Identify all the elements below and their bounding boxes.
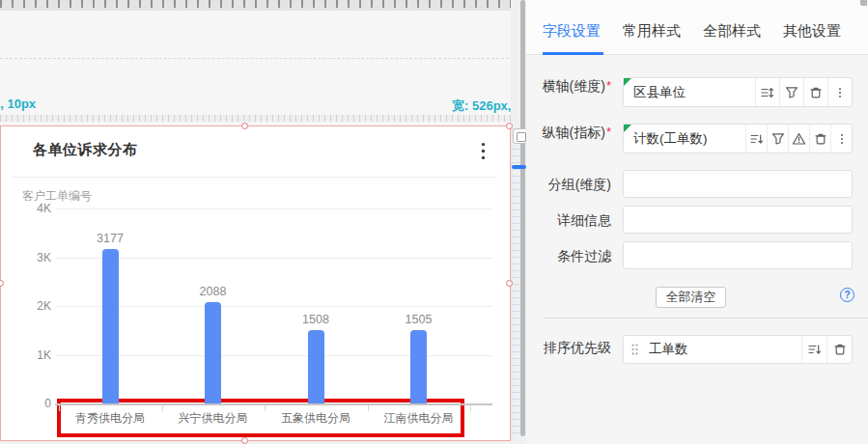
field-label-group: 分组(维度) — [526, 177, 611, 194]
resize-handle-bottom[interactable] — [241, 437, 248, 444]
more-icon[interactable] — [830, 125, 852, 153]
trash-icon[interactable] — [803, 78, 827, 106]
y-tick-label: 3K — [11, 251, 51, 264]
horizontal-ruler — [0, 0, 526, 11]
field-group[interactable] — [623, 170, 853, 198]
design-canvas: x, 10px 宽: 526px, 高 各单位诉求分布 客户工单编号 — [0, 0, 526, 444]
panel-tabs: 字段设置 常用样式 全部样式 其他设置 — [526, 0, 868, 55]
resize-handle-left[interactable] — [0, 280, 4, 287]
filter-icon[interactable] — [767, 125, 788, 153]
bar-0[interactable] — [102, 249, 119, 403]
field-y-axis[interactable]: 计数(工单数) — [623, 124, 853, 153]
layout-guide-line — [0, 58, 518, 59]
position-readout: x, 10px — [0, 97, 36, 111]
x-category-label: 青秀供电分局 — [64, 410, 156, 427]
panel-divider — [544, 318, 868, 319]
gridline — [56, 208, 492, 209]
clear-all-button[interactable]: 全部清空 — [656, 287, 726, 308]
filter-icon[interactable] — [779, 78, 803, 106]
trash-icon[interactable] — [809, 125, 830, 153]
x-axis-line — [55, 403, 492, 405]
dimension-corner-marker — [624, 125, 631, 132]
field-label-y-axis: 纵轴(指标)* — [526, 125, 611, 142]
canvas-scrollbar[interactable] — [520, 0, 525, 436]
panel-collapse-handle[interactable] — [512, 165, 526, 169]
warning-icon[interactable] — [788, 125, 809, 153]
bi-editor-screen: x, 10px 宽: 526px, 高 各单位诉求分布 客户工单编号 — [0, 0, 868, 444]
bar-value-label: 3177 — [81, 232, 139, 245]
corner-artifact — [860, 0, 867, 6]
resize-handle-top-right[interactable] — [506, 123, 513, 129]
x-axis-tick — [470, 405, 471, 411]
gridline — [56, 306, 492, 307]
x-axis-tick — [59, 405, 60, 411]
y-tick-label: 4K — [11, 202, 51, 215]
tab-other-settings[interactable]: 其他设置 — [783, 22, 841, 41]
bar-2[interactable] — [308, 330, 324, 403]
bar-value-label: 1505 — [390, 313, 448, 326]
x-category-label: 五象供电分局 — [269, 410, 362, 427]
tab-common-styles[interactable]: 常用样式 — [623, 22, 681, 41]
x-axis-tick — [368, 405, 369, 411]
bar-value-label: 2088 — [184, 285, 242, 298]
field-value: 计数(工单数) — [633, 125, 708, 153]
tab-all-styles[interactable]: 全部样式 — [703, 22, 761, 41]
field-label-x-axis: 横轴(维度)* — [526, 78, 611, 96]
x-axis-tick — [265, 405, 266, 411]
kebab-menu-icon[interactable] — [472, 139, 493, 162]
more-icon[interactable] — [827, 78, 852, 106]
custom-sort-icon[interactable] — [755, 78, 779, 106]
sort-desc-icon[interactable] — [801, 336, 826, 363]
settings-panel: 字段设置 常用样式 全部样式 其他设置 横轴(维度)* 区县单位 纵轴(指标)*… — [526, 0, 868, 444]
tab-field-settings[interactable]: 字段设置 — [543, 22, 601, 41]
gridline — [56, 258, 492, 259]
gridline — [56, 355, 492, 356]
sort-priority-label: 排序优先级 — [526, 340, 611, 357]
help-icon[interactable]: ? — [840, 288, 854, 302]
bar-value-label: 1508 — [287, 313, 345, 326]
bar-3[interactable] — [410, 330, 427, 403]
field-label-detail: 详细信息 — [526, 212, 611, 230]
field-label-filter: 条件过滤 — [526, 248, 611, 265]
card-divider — [13, 177, 497, 178]
sort-field-value: 工单数 — [649, 336, 688, 363]
x-axis-tick — [162, 405, 163, 411]
resize-handle-right[interactable] — [506, 280, 513, 287]
field-detail[interactable] — [623, 206, 853, 234]
fine-ruler — [0, 115, 512, 122]
x-category-label: 兴宁供电分局 — [167, 410, 260, 427]
chart-title: 各单位诉求分布 — [33, 141, 138, 159]
sort-desc-icon[interactable] — [745, 125, 767, 153]
y-tick-label: 0 — [11, 397, 51, 410]
resize-handle-top[interactable] — [241, 123, 248, 129]
field-condition-filter[interactable] — [623, 241, 853, 269]
field-value: 区县单位 — [633, 78, 686, 106]
y-tick-label: 2K — [11, 299, 51, 313]
drag-handle-icon[interactable] — [631, 336, 638, 363]
dimension-corner-marker — [624, 78, 631, 86]
active-tab-indicator — [543, 52, 603, 55]
sort-priority-field[interactable]: 工单数 — [623, 335, 853, 364]
field-x-axis[interactable]: 区县单位 — [623, 77, 853, 107]
bar-1[interactable] — [205, 302, 221, 403]
trash-icon[interactable] — [826, 336, 852, 363]
x-category-label: 江南供电分局 — [373, 410, 465, 427]
y-tick-label: 1K — [11, 348, 51, 362]
chart-card[interactable]: 各单位诉求分布 客户工单编号 4K3K2K1K03177青秀供电分局2088兴宁… — [0, 125, 511, 441]
